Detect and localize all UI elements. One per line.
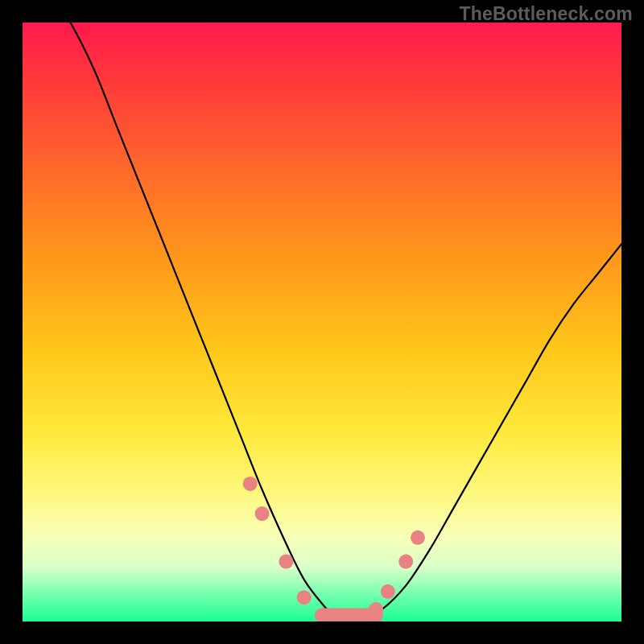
curve-marker <box>279 555 293 569</box>
chart-plot-area <box>23 23 621 621</box>
attribution-label: TheBottleneck.com <box>459 3 633 25</box>
curve-marker <box>411 530 425 545</box>
curve-marker <box>381 584 395 599</box>
curve-markers <box>243 477 425 621</box>
chart-plot-inner <box>23 23 621 621</box>
bottleneck-curve <box>47 23 621 621</box>
curve-marker <box>398 555 413 569</box>
curve-marker <box>255 506 270 521</box>
curve-marker <box>243 477 258 491</box>
curve-marker <box>369 602 383 617</box>
chart-frame: TheBottleneck.com <box>0 0 644 644</box>
curve-marker <box>297 590 312 605</box>
chart-svg <box>23 23 621 621</box>
